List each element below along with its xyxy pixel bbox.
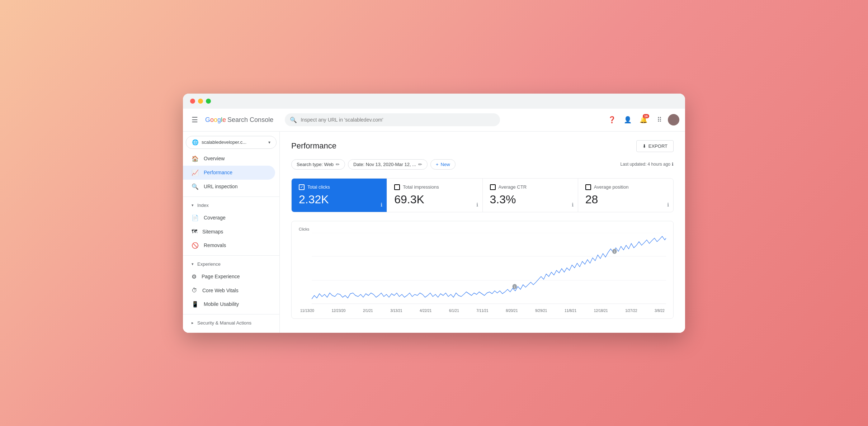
x-label-11: 1/27/22 [625,309,637,313]
url-inspection-label: URL inspection [204,184,237,189]
index-section-label: Index [197,203,209,208]
date-filter[interactable]: Date: Nov 13, 2020-Mar 12, ... ✏ [348,159,428,170]
metric-info-position[interactable]: ℹ [667,202,669,208]
last-updated-text: Last updated: 4 hours ago [621,162,670,167]
chart-container: Clicks 30 20 10 0 [291,221,674,319]
metric-card-ctr[interactable]: Average CTR 3.3% ℹ [483,179,578,212]
logo-letter-o2: o [214,116,217,124]
header-actions: ❓ 👤 🔔 16 ⠿ [605,113,679,127]
metric-card-position[interactable]: Average position 28 ℹ [578,179,673,212]
logo-letter-e2: e [222,116,226,124]
property-name: scalabledeveloper.c... [202,139,265,145]
export-button[interactable]: ⬇ EXPORT [636,140,674,152]
metrics-row: ✓ Total clicks 2.32K ℹ Total impressions… [291,178,674,212]
help-button[interactable]: ❓ [605,113,619,127]
close-button[interactable] [190,99,195,104]
security-section-header[interactable]: ▸ Security & Manual Actions [183,317,279,328]
sitemaps-icon: 🗺 [192,228,197,235]
coverage-icon: 📄 [192,214,199,221]
removals-icon: 🚫 [192,242,199,249]
nav-divider-1 [183,197,279,197]
performance-chart: 30 20 10 0 i i [312,233,666,304]
sidebar-item-core-web-vitals[interactable]: ⏱ Core Web Vitals [183,284,275,297]
index-section-header[interactable]: ▾ Index [183,200,279,211]
apps-button[interactable]: ⠿ [652,113,666,127]
sidebar-item-performance[interactable]: 📈 Performance [183,166,275,180]
browser-window: ☰ Google Search Console 🔍 ❓ 👤 🔔 16 ⠿ [183,94,685,333]
x-label-2: 2/1/21 [363,309,373,313]
trending-icon: 📈 [192,169,199,176]
edit-date-icon: ✏ [418,162,422,167]
logo-letter-o1: o [210,116,214,124]
chevron-down-icon-2: ▾ [192,262,194,266]
core-web-vitals-label: Core Web Vitals [202,288,239,293]
x-label-9: 11/8/21 [565,309,576,313]
maximize-button[interactable] [206,99,211,104]
removals-label: Removals [204,242,226,248]
sidebar-item-removals[interactable]: 🚫 Removals [183,238,275,252]
google-logo: Google Search Console [205,116,273,124]
search-nav-icon: 🔍 [192,183,199,190]
x-label-0: 11/13/20 [300,309,314,313]
help-icon: ❓ [608,116,616,124]
metric-checkbox-position[interactable] [585,184,591,190]
metric-value-impressions: 69.3K [394,193,475,206]
chevron-right-icon: ▸ [192,321,194,325]
metric-label-ctr: Average CTR [499,184,527,190]
filter-row: Search type: Web ✏ Date: Nov 13, 2020-Ma… [291,159,674,170]
minimize-button[interactable] [198,99,203,104]
metric-checkbox-ctr[interactable] [490,184,496,190]
sidebar-item-overview[interactable]: 🏠 Overview [183,152,275,166]
metric-checkbox-clicks[interactable]: ✓ [299,184,305,190]
url-search-bar: 🔍 [285,113,500,126]
url-search-input[interactable] [285,113,500,126]
sidebar-item-coverage[interactable]: 📄 Coverage [183,211,275,225]
metric-checkbox-impressions[interactable] [394,184,400,190]
new-filter-label: New [441,162,450,167]
x-label-7: 8/20/21 [506,309,518,313]
sidebar: 🌐 scalabledeveloper.c... ▾ 🏠 Overview 📈 … [183,132,280,333]
sidebar-item-sitemaps[interactable]: 🗺 Sitemaps [183,225,275,238]
notifications-button[interactable]: 🔔 16 [636,113,651,127]
x-label-10: 12/18/21 [594,309,608,313]
metric-info-clicks[interactable]: ℹ [381,202,382,208]
avatar[interactable] [668,114,679,126]
logo-letter-g: G [205,116,210,124]
x-label-8: 9/29/21 [535,309,547,313]
app-header: ☰ Google Search Console 🔍 ❓ 👤 🔔 16 ⠿ [183,109,685,132]
logo-letter-gl: g [217,116,221,124]
property-selector[interactable]: 🌐 scalabledeveloper.c... ▾ [186,136,277,149]
globe-icon: 🌐 [192,139,199,146]
sidebar-item-page-experience[interactable]: ⚙ Page Experience [183,270,275,284]
metric-card-impressions[interactable]: Total impressions 69.3K ℹ [387,179,482,212]
main-layout: 🌐 scalabledeveloper.c... ▾ 🏠 Overview 📈 … [183,132,685,333]
page-experience-label: Page Experience [202,274,240,279]
metric-info-impressions[interactable]: ℹ [476,202,478,208]
search-icon: 🔍 [290,117,297,123]
x-label-6: 7/11/21 [476,309,488,313]
new-filter-button[interactable]: + New [430,159,456,170]
overview-label: Overview [204,156,225,161]
chevron-down-icon: ▾ [192,203,194,208]
account-button[interactable]: 👤 [621,113,635,127]
content-area: Performance ⬇ EXPORT Search type: Web ✏ … [280,132,685,333]
page-title: Performance [291,141,336,151]
security-label: Security & Manual Actions [197,320,251,326]
metric-info-ctr[interactable]: ℹ [572,202,574,208]
person-icon: 👤 [624,116,632,124]
metric-label-position: Average position [594,184,629,190]
experience-section-label: Experience [197,261,221,267]
metric-card-clicks[interactable]: ✓ Total clicks 2.32K ℹ [292,179,387,212]
metric-value-ctr: 3.3% [490,193,571,206]
search-type-filter[interactable]: Search type: Web ✏ [291,159,345,170]
sidebar-item-url-inspection[interactable]: 🔍 URL inspection [183,180,275,194]
home-icon: 🏠 [192,155,199,162]
sidebar-item-mobile-usability[interactable]: 📱 Mobile Usability [183,297,275,311]
metric-header-clicks: ✓ Total clicks [299,184,379,190]
experience-section-header[interactable]: ▾ Experience [183,259,279,270]
x-label-3: 3/13/21 [390,309,402,313]
mobile-usability-label: Mobile Usability [204,301,239,307]
menu-icon[interactable]: ☰ [189,113,201,127]
cwv-icon: ⏱ [192,287,197,294]
performance-label: Performance [204,170,232,175]
